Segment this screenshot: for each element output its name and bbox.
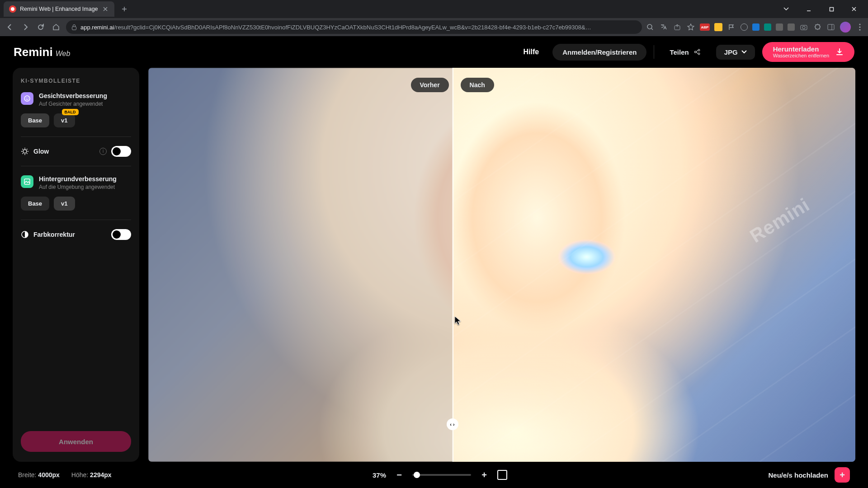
ext-yellow-icon[interactable] — [714, 23, 722, 31]
svg-rect-1 — [830, 7, 833, 11]
share-label: Teilen — [670, 48, 689, 56]
info-icon[interactable]: i — [99, 148, 107, 155]
ext-gray-icon[interactable] — [776, 23, 783, 31]
face-chip-v1[interactable]: v1 BALD — [54, 113, 75, 127]
share-button[interactable]: Teilen — [661, 45, 708, 60]
side-panel-icon[interactable] — [826, 23, 835, 32]
nav-back-icon[interactable] — [4, 21, 16, 33]
svg-rect-7 — [828, 24, 834, 30]
svg-point-12 — [698, 49, 700, 51]
after-label[interactable]: Nach — [461, 78, 494, 92]
extensions-icon[interactable] — [813, 23, 822, 32]
translate-icon[interactable] — [659, 23, 668, 32]
svg-point-8 — [859, 23, 860, 25]
svg-point-11 — [694, 51, 696, 53]
color-label: Farbkorrektur — [33, 231, 107, 238]
chevron-down-icon[interactable] — [776, 2, 797, 16]
svg-point-16 — [28, 98, 28, 99]
mouse-cursor — [454, 316, 462, 326]
share-icon — [693, 48, 701, 56]
slider-handle[interactable]: ‹ › — [447, 418, 458, 430]
ext-gray2-icon[interactable] — [788, 23, 795, 31]
svg-point-6 — [802, 26, 805, 29]
new-tab-button[interactable] — [118, 3, 131, 15]
bg-chip-v1[interactable]: v1 — [54, 197, 75, 211]
download-sub: Wasserzeichen entfernen — [773, 53, 829, 58]
zoom-in-button[interactable]: + — [478, 469, 490, 481]
sidebar-title: KI-SYMBOLLEISTE — [21, 78, 131, 84]
glow-icon — [21, 147, 29, 155]
divider — [654, 45, 654, 59]
svg-point-17 — [23, 150, 27, 153]
help-link[interactable]: Hilfe — [517, 44, 546, 60]
tab-title: Remini Web | Enhanced Image — [20, 6, 98, 12]
svg-point-14 — [24, 96, 30, 101]
logo-main: Remini — [14, 45, 53, 59]
ext-blue-icon[interactable] — [752, 23, 760, 31]
search-icon[interactable] — [646, 23, 655, 32]
ext-camera-icon[interactable] — [799, 23, 808, 32]
svg-point-15 — [26, 98, 27, 99]
app-logo[interactable]: Remini Web — [14, 45, 70, 59]
nav-forward-icon[interactable] — [19, 21, 32, 33]
upload-button[interactable]: + — [835, 467, 850, 483]
face-enhance-icon — [21, 92, 33, 105]
format-dropdown[interactable]: JPG — [716, 45, 755, 60]
glow-label: Glow — [33, 148, 95, 155]
ext-teal-icon[interactable] — [764, 23, 771, 31]
nav-home-icon[interactable] — [50, 21, 62, 33]
face-sub: Auf Gesichter angewendet — [39, 101, 107, 107]
login-button[interactable]: Anmelden/Registrieren — [552, 44, 646, 61]
zoom-out-button[interactable]: − — [393, 469, 405, 481]
share-addr-icon[interactable] — [673, 23, 682, 32]
download-button[interactable]: Herunterladen Wasserzeichen entfernen — [762, 42, 854, 62]
svg-point-13 — [698, 53, 700, 55]
svg-point-0 — [11, 7, 14, 11]
face-chip-base[interactable]: Base — [21, 113, 49, 127]
width-readout: Breite: 4000px — [18, 471, 60, 479]
download-main: Herunterladen — [773, 46, 829, 53]
svg-point-9 — [859, 26, 860, 28]
bookmark-star-icon[interactable] — [686, 23, 695, 32]
chevron-down-icon — [741, 50, 747, 54]
ext-globe-icon[interactable] — [741, 23, 748, 31]
face-title: Gesichtsverbesserung — [39, 92, 107, 100]
download-icon — [835, 48, 844, 56]
bg-enhance-icon — [21, 175, 33, 188]
svg-point-3 — [647, 24, 652, 29]
sidebar: KI-SYMBOLLEISTE Gesichtsverbesserung Auf… — [13, 68, 139, 462]
fit-screen-icon[interactable] — [497, 470, 507, 480]
bg-title: Hintergrundverbesserung — [39, 175, 117, 183]
color-toggle[interactable] — [111, 229, 131, 240]
image-canvas[interactable]: Remini Vorher Nach ‹ › — [148, 68, 855, 462]
ext-flag-icon[interactable] — [727, 23, 736, 32]
bg-sub: Auf die Umgebung angewendet — [39, 184, 117, 190]
browser-tab[interactable]: Remini Web | Enhanced Image — [4, 1, 114, 17]
zoom-percent: 37% — [373, 471, 386, 479]
logo-sub: Web — [56, 50, 71, 58]
color-correct-icon — [21, 230, 29, 239]
apply-button[interactable]: Anwenden — [21, 431, 131, 452]
svg-rect-2 — [72, 27, 76, 30]
address-text: app.remini.ai/result?gclid=Cj0KCQiAtvSdB… — [80, 24, 637, 31]
window-close-icon[interactable] — [844, 2, 864, 16]
zoom-slider[interactable] — [412, 474, 471, 476]
height-readout: Höhe: 2294px — [71, 471, 112, 479]
svg-point-10 — [859, 29, 860, 30]
upload-label[interactable]: Neu/e/s hochladen — [768, 471, 828, 479]
address-bar[interactable]: app.remini.ai/result?gclid=Cj0KCQiAtvSdB… — [66, 20, 642, 34]
bg-chip-base[interactable]: Base — [21, 197, 49, 211]
profile-avatar[interactable] — [840, 22, 851, 33]
ext-abp-icon[interactable]: ABP — [700, 23, 710, 31]
browser-menu-icon[interactable] — [855, 23, 864, 32]
before-label[interactable]: Vorher — [411, 78, 449, 92]
window-maximize-icon[interactable] — [821, 2, 842, 16]
badge-soon: BALD — [62, 109, 79, 115]
window-minimize-icon[interactable] — [798, 2, 819, 16]
format-label: JPG — [724, 48, 738, 56]
glow-toggle[interactable] — [111, 146, 131, 157]
tab-favicon — [9, 5, 16, 13]
nav-reload-icon[interactable] — [34, 21, 47, 33]
tab-close-icon[interactable] — [102, 5, 109, 13]
comparison-divider[interactable] — [453, 68, 453, 462]
